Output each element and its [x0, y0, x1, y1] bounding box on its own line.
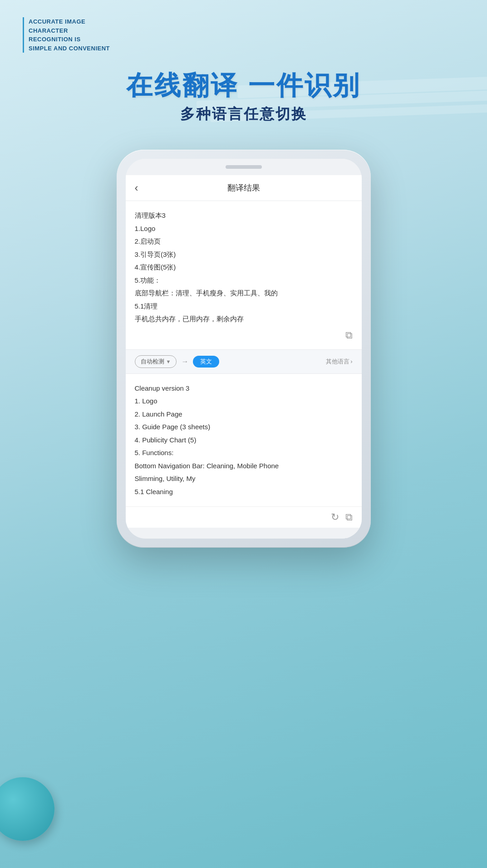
- arrow-right-icon: →: [181, 358, 188, 366]
- phone-bottom-bar: [126, 528, 362, 539]
- phone-speaker: [226, 165, 262, 169]
- orig-line-2: 1.Logo: [135, 222, 353, 235]
- tagline-line3: RECOGNITION IS: [29, 35, 110, 44]
- orig-line-5: 4.宣传图(5张): [135, 261, 353, 274]
- nav-title: 翻译结果: [148, 182, 339, 193]
- orig-line-8: 5.1清理: [135, 300, 353, 313]
- original-text-section: 清理版本3 1.Logo 2.启动页 3.引导页(3张) 4.宣传图(5张) 5…: [126, 201, 362, 350]
- more-languages-button[interactable]: 其他语言 ›: [326, 358, 352, 366]
- phone-outer: ‹ 翻译结果 清理版本3 1.Logo 2.启动页 3.引导页(3张) 4.宣传…: [117, 150, 371, 548]
- back-button[interactable]: ‹: [135, 181, 148, 194]
- trans-line-4: 3. Guide Page (3 sheets): [135, 421, 353, 434]
- orig-line-6: 5.功能：: [135, 274, 353, 287]
- copy-icon-area: ⧉: [135, 326, 353, 341]
- trans-line-9: 5.1 Cleaning: [135, 485, 353, 499]
- app-nav: ‹ 翻译结果: [126, 175, 362, 201]
- more-languages-label: 其他语言: [326, 358, 349, 366]
- trans-line-1: Cleanup version 3: [135, 382, 353, 395]
- bottom-actions: ↻ ⧉: [126, 506, 362, 528]
- orig-line-1: 清理版本3: [135, 209, 353, 222]
- tagline-line1: ACCURATE IMAGE: [29, 17, 110, 26]
- tagline-block: ACCURATE IMAGE CHARACTER RECOGNITION IS …: [23, 17, 110, 53]
- language-selector: 自动检测 ▼ → 英文 其他语言 ›: [126, 350, 362, 374]
- english-lang-button[interactable]: 英文: [193, 356, 219, 368]
- app-screen: ‹ 翻译结果 清理版本3 1.Logo 2.启动页 3.引导页(3张) 4.宣传…: [126, 175, 362, 528]
- refresh-icon-button[interactable]: ↻: [331, 511, 339, 523]
- orig-line-4: 3.引导页(3张): [135, 248, 353, 261]
- copy-icon-button[interactable]: ⧉: [345, 329, 353, 341]
- phone-mockup: ‹ 翻译结果 清理版本3 1.Logo 2.启动页 3.引导页(3张) 4.宣传…: [117, 150, 371, 548]
- copy-translated-button[interactable]: ⧉: [345, 511, 353, 523]
- auto-detect-button[interactable]: 自动检测 ▼: [135, 355, 177, 368]
- original-text-content: 清理版本3 1.Logo 2.启动页 3.引导页(3张) 4.宣传图(5张) 5…: [135, 209, 353, 326]
- phone-inner: ‹ 翻译结果 清理版本3 1.Logo 2.启动页 3.引导页(3张) 4.宣传…: [126, 159, 362, 539]
- teal-ball-decoration: [0, 777, 54, 841]
- orig-line-7: 底部导航栏：清理、手机瘦身、实用工具、我的: [135, 287, 353, 300]
- trans-line-2: 1. Logo: [135, 395, 353, 408]
- trans-line-6: 5. Functions:: [135, 446, 353, 460]
- translated-text-section: Cleanup version 3 1. Logo 2. Launch Page…: [126, 374, 362, 507]
- auto-detect-arrow: ▼: [166, 359, 171, 364]
- auto-detect-label: 自动检测: [141, 358, 164, 366]
- more-languages-arrow: ›: [350, 358, 352, 365]
- trans-line-3: 2. Launch Page: [135, 408, 353, 421]
- headline-area: 在线翻译 一件识别 多种语言任意切换: [0, 70, 487, 124]
- orig-line-3: 2.启动页: [135, 235, 353, 248]
- headline-main: 在线翻译 一件识别: [0, 70, 487, 101]
- phone-top-bar: [126, 159, 362, 175]
- headline-sub: 多种语言任意切换: [0, 104, 487, 124]
- translated-text-content: Cleanup version 3 1. Logo 2. Launch Page…: [135, 382, 353, 499]
- trans-line-7: Bottom Navigation Bar: Cleaning, Mobile …: [135, 460, 353, 473]
- tagline-line2: CHARACTER: [29, 26, 110, 35]
- trans-line-5: 4. Publicity Chart (5): [135, 434, 353, 447]
- tagline-line4: SIMPLE AND CONVENIENT: [29, 44, 110, 53]
- orig-line-9: 手机总共内存，已用内存，剩余内存: [135, 313, 353, 326]
- trans-line-8: Slimming, Utility, My: [135, 472, 353, 485]
